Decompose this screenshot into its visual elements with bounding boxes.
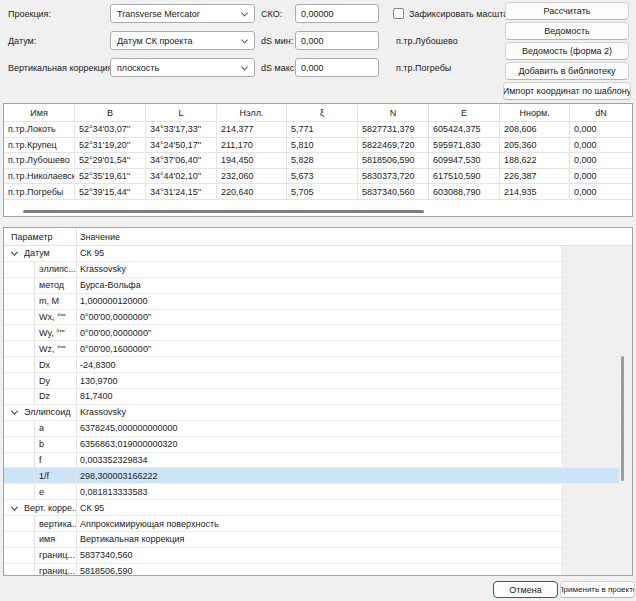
ds-max-label: dS макс: xyxy=(261,58,297,77)
tree-row[interactable]: Dz81,7400 xyxy=(4,389,632,405)
import-coordinates-button[interactable]: Импорт координат по шаблону xyxy=(503,82,631,100)
tree-param-label: метод xyxy=(34,278,76,293)
tree-row[interactable]: имяВертикальная коррекция xyxy=(4,532,632,548)
vertical-scrollbar[interactable] xyxy=(621,356,624,481)
tree-param-label: Wy, °'" xyxy=(34,325,76,340)
tree-row[interactable]: Dy130,9700 xyxy=(4,373,632,389)
apply-button[interactable]: Применить в проекте xyxy=(560,581,635,598)
tree-param-label: Dz xyxy=(34,389,76,404)
table-cell: п.тр.Николаевск xyxy=(4,169,75,185)
tree-param-value: 6378245,000000000000 xyxy=(80,421,557,436)
tree-param-value: 130,9700 xyxy=(80,373,557,388)
table-row[interactable]: п.тр.Погребы52°39'15,44''34°31'24,15''22… xyxy=(4,184,632,200)
horizontal-scrollbar[interactable] xyxy=(23,210,424,213)
tree-param-value: Бурса-Вольфа xyxy=(80,278,557,293)
param-column-header: Параметр xyxy=(11,228,53,246)
points-table-header: ИмяBLНэлл.ξNEНнорм.dN xyxy=(4,104,632,122)
table-cell: 34°31'24,15'' xyxy=(146,184,217,200)
table-cell: 0,000 xyxy=(570,138,632,154)
column-header: ξ xyxy=(287,104,358,122)
sko-input[interactable] xyxy=(295,4,379,23)
fix-scale-label: Зафиксировать масштаб xyxy=(409,4,513,23)
projection-value: Transverse Mercator xyxy=(117,9,200,19)
calculate-button[interactable]: Рассчитать xyxy=(505,2,629,20)
column-divider[interactable] xyxy=(76,228,77,575)
tree-row[interactable]: Dx-24,8300 xyxy=(4,357,632,373)
tree-row[interactable]: e0,081813333583 xyxy=(4,484,632,500)
column-header: Имя xyxy=(4,104,75,122)
ds-min-point-label: п.тр.Лубошево xyxy=(396,31,458,50)
table-cell: п.тр.Локоть xyxy=(4,122,75,138)
table-cell: 232,060 xyxy=(217,169,287,185)
add-to-library-button[interactable]: Добавить в библиотеку xyxy=(505,62,629,80)
tree-param-label: 1/f xyxy=(34,468,76,483)
table-cell: 52°29'01,54'' xyxy=(75,153,146,169)
tree-row[interactable]: методБурса-Вольфа xyxy=(4,278,632,294)
tree-param-value: СК 95 xyxy=(80,500,557,515)
tree-row[interactable]: вертика...Аппроксимирующая поверхность xyxy=(4,516,632,532)
tree-param-label: Датум xyxy=(24,246,76,261)
column-header: Ннорм. xyxy=(500,104,570,122)
chevron-down-icon xyxy=(241,63,248,70)
tree-param-label: b xyxy=(34,437,76,452)
fix-scale-checkbox[interactable] xyxy=(393,8,404,19)
table-cell: 52°31'19,20'' xyxy=(75,138,146,154)
tree-row[interactable]: m, M1,000000120000 xyxy=(4,294,632,310)
tree-param-label: Wz, °'" xyxy=(34,341,76,356)
tree-param-value: Вертикальная коррекция xyxy=(80,532,557,547)
datum-select[interactable]: Датум СК проекта xyxy=(110,31,255,50)
projection-select[interactable]: Transverse Mercator xyxy=(110,4,255,23)
tree-row[interactable]: Верт. корре...СК 95 xyxy=(4,500,632,516)
tree-row[interactable]: границ...5837340,560 xyxy=(4,548,632,564)
sko-label: СКО: xyxy=(261,4,282,23)
ds-max-input[interactable] xyxy=(295,58,379,77)
tree-param-value: СК 95 xyxy=(80,246,557,261)
table-cell: 0,000 xyxy=(570,169,632,185)
table-cell: 617510,590 xyxy=(429,169,500,185)
table-row[interactable]: п.тр.Николаевск52°35'19,61''34°44'02,10'… xyxy=(4,169,632,185)
table-cell: 595971,830 xyxy=(429,138,500,154)
points-table: ИмяBLНэлл.ξNEНнорм.dN п.тр.Локоть52°34'0… xyxy=(3,103,633,217)
table-cell: 34°24'50,17'' xyxy=(146,138,217,154)
ds-min-input[interactable] xyxy=(295,31,379,50)
tree-row[interactable]: a6378245,000000000000 xyxy=(4,421,632,437)
tree-row[interactable]: Wx, °'"0°00'00,0000000" xyxy=(4,310,632,326)
tree-row[interactable]: Wz, °'"0°00'00,1600000" xyxy=(4,341,632,357)
tree-param-value: 0°00'00,0000000" xyxy=(80,310,557,325)
coordinate-system-dialog: Проекция: Transverse Mercator СКО: Зафик… xyxy=(0,0,636,601)
table-cell: 34°44'02,10'' xyxy=(146,169,217,185)
table-row[interactable]: п.тр.Лубошево52°29'01,54''34°37'06,40''1… xyxy=(4,153,632,169)
table-cell: 205,360 xyxy=(500,138,570,154)
tree-param-label: вертика... xyxy=(34,516,76,531)
tree-param-value: 5837340,560 xyxy=(80,548,557,563)
tree-row[interactable]: f0,003352329834 xyxy=(4,453,632,469)
column-header: dN xyxy=(570,104,632,122)
tree-row[interactable]: ДатумСК 95 xyxy=(4,246,632,262)
table-row[interactable]: п.тр.Крупец52°31'19,20''34°24'50,17''211… xyxy=(4,138,632,154)
tree-row[interactable]: ЭллипсоидKrassovsky xyxy=(4,405,632,421)
tree-row[interactable]: 1/f298,300003166222 xyxy=(4,468,632,484)
table-row[interactable]: п.тр.Локоть52°34'03,07''34°33'17,33''214… xyxy=(4,122,632,138)
tree-param-label: m, M xyxy=(34,294,76,309)
points-table-body: п.тр.Локоть52°34'03,07''34°33'17,33''214… xyxy=(4,122,632,200)
tree-row[interactable]: b6356863,019000000320 xyxy=(4,437,632,453)
table-cell: 5,771 xyxy=(287,122,358,138)
cancel-button[interactable]: Отмена xyxy=(493,581,558,598)
column-header: B xyxy=(75,104,146,122)
tree-row[interactable]: границ...5818506,590 xyxy=(4,564,632,576)
table-cell: 5837340,560 xyxy=(358,184,429,200)
report-form2-button[interactable]: Ведомость (форма 2) xyxy=(505,42,629,60)
table-cell: п.тр.Лубошево xyxy=(4,153,75,169)
report-button[interactable]: Ведомость xyxy=(505,22,629,40)
vertical-correction-select[interactable]: плоскость xyxy=(110,58,255,77)
table-cell: 220,640 xyxy=(217,184,287,200)
table-cell: 5818506,590 xyxy=(358,153,429,169)
table-cell: 52°34'03,07'' xyxy=(75,122,146,138)
tree-row[interactable]: Wy, °'"0°00'00,0000000" xyxy=(4,325,632,341)
table-cell: 609947,530 xyxy=(429,153,500,169)
tree-param-label: границ... xyxy=(34,548,76,563)
table-cell: 34°33'17,33'' xyxy=(146,122,217,138)
table-cell: 0,000 xyxy=(570,184,632,200)
tree-row[interactable]: эллипс...Krassovsky xyxy=(4,262,632,278)
chevron-down-icon xyxy=(241,9,248,16)
